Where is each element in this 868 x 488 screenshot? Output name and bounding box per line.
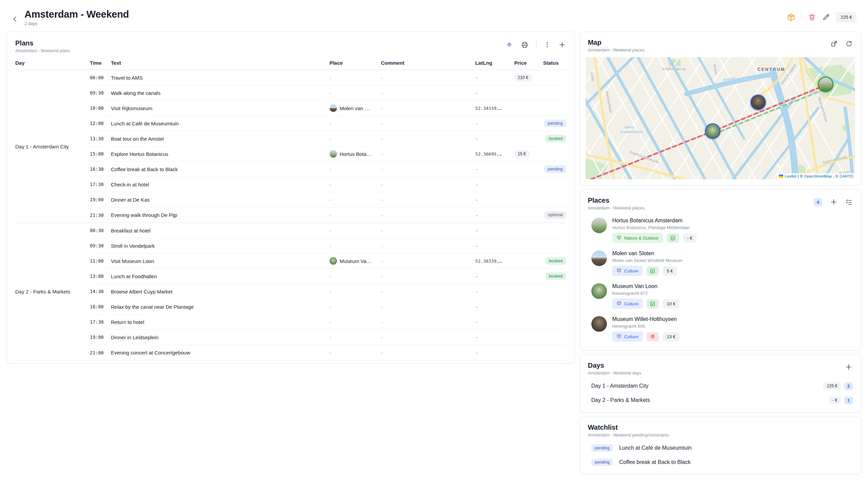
add-day-icon[interactable] xyxy=(845,363,853,371)
refresh-icon[interactable] xyxy=(845,40,853,47)
plan-row[interactable]: 17:30Check-in at hotel--- xyxy=(90,177,566,192)
place-address: Keizersgracht 672 xyxy=(612,291,679,296)
plan-time: 17:30 xyxy=(90,319,111,325)
plan-row[interactable]: 19:00Dinner at De Kas--- xyxy=(90,192,566,207)
checklist-icon[interactable] xyxy=(845,198,853,206)
plan-row[interactable]: 13:30Boat tour on the Amstel---booked xyxy=(90,131,566,146)
place-name: Museum Van Loon xyxy=(612,283,679,289)
plan-row[interactable]: 09:30Stroll in Vondelpark--- xyxy=(90,238,566,253)
expand-icon[interactable] xyxy=(830,40,838,47)
plan-text: Evening walk through De Pijp xyxy=(111,212,330,218)
day-count-badge: 2 xyxy=(844,382,853,390)
place-price-badge: 5 € xyxy=(663,266,677,276)
places-list: Hortus Botanicus AmsterdamHortus Botanic… xyxy=(588,214,853,345)
plan-text: Return to hotel xyxy=(111,319,330,325)
plan-row[interactable]: 21:00Evening concert at Concertgebouw--- xyxy=(90,345,566,360)
leaflet-link[interactable]: Leaflet xyxy=(785,174,796,178)
plan-text: Lunch at Café de Museumtuin xyxy=(111,121,330,126)
visited-check-icon xyxy=(647,266,659,276)
map-marker[interactable] xyxy=(705,123,721,139)
place-thumbnail xyxy=(330,104,337,112)
plan-time: 11:00 xyxy=(90,258,111,264)
place-thumbnail xyxy=(330,257,337,265)
plan-latlng: - xyxy=(475,320,514,325)
plan-row[interactable]: 16:00Relax by the canal near De Plantage… xyxy=(90,299,566,314)
place-item[interactable]: Museum Willet-HolthuysenHerengracht 605C… xyxy=(588,312,853,345)
plan-row[interactable]: 16:30Coffee break at Back to Black---pen… xyxy=(90,162,566,177)
map-label: Amstel xyxy=(741,76,753,80)
divider xyxy=(802,13,802,21)
map-marker[interactable] xyxy=(818,77,833,92)
plan-row[interactable]: 12:00Lunch at Café de Museumtuin---pendi… xyxy=(90,116,566,131)
place-item[interactable]: Molen van SlotenMolen van Sloten Windmil… xyxy=(588,247,853,280)
plan-comment: - xyxy=(381,136,475,142)
plan-row[interactable]: 21:30Evening walk through De Pijp---opti… xyxy=(90,207,566,223)
plan-place: - xyxy=(330,350,381,355)
plan-comment: - xyxy=(381,151,475,157)
plan-row[interactable]: 06:00Travel to AMS---210 € xyxy=(90,70,566,85)
status-badge: booked xyxy=(546,272,566,280)
edit-icon[interactable] xyxy=(822,13,830,21)
package-icon[interactable] xyxy=(787,13,795,22)
plan-text: Boat tour on the Amstel xyxy=(111,136,330,142)
plan-latlng: - xyxy=(475,90,514,96)
place-item[interactable]: Hortus Botanicus AmsterdamHortus Botanic… xyxy=(588,214,853,247)
plan-row[interactable]: 08:30Breakfast at hotel--- xyxy=(90,223,566,238)
carto-link[interactable]: CARTO xyxy=(840,174,853,178)
plan-latlng: - xyxy=(475,228,514,233)
plan-latlng: 52.36695,… xyxy=(475,151,514,157)
map-canvas[interactable]: kadeKrijtbergbrugRokinAmstelAmstelCENTRU… xyxy=(586,57,855,179)
plan-latlng: - xyxy=(475,121,514,126)
place-name: Molen van Sloten xyxy=(612,250,683,257)
back-button[interactable] xyxy=(12,12,19,26)
map-attribution: Leaflet | © OpenStreetMap , © CARTO xyxy=(777,173,855,179)
osm-link[interactable]: OpenStreetMap xyxy=(804,174,832,178)
place-avatar xyxy=(591,316,607,332)
plan-text: Visit Museum Loon xyxy=(111,258,330,264)
day-row[interactable]: Day 1 - Amsterdam City225 €2 xyxy=(588,379,853,393)
plan-row[interactable]: 17:30Return to hotel--- xyxy=(90,314,566,330)
plan-row[interactable]: 10:00Visit RijksmuseumMolen van …-52.341… xyxy=(90,101,566,116)
menu-kebab-icon[interactable] xyxy=(544,41,551,48)
plan-text: Travel to AMS xyxy=(111,75,330,81)
map-tiles xyxy=(586,57,855,179)
plan-text: Lunch at Foodhallen xyxy=(111,273,330,279)
map-marker[interactable] xyxy=(750,95,766,110)
plans-table-body: Day 1 - Amsterdam City06:00Travel to AMS… xyxy=(15,70,566,361)
plan-latlng: - xyxy=(475,75,514,80)
column-header-comment: Comment xyxy=(381,60,475,66)
plan-row[interactable]: 14:30Browse Albert Cuyp Market--- xyxy=(90,284,566,299)
add-place-icon[interactable] xyxy=(830,198,838,206)
place-item[interactable]: Museum Van LoonKeizersgracht 672Culture1… xyxy=(588,280,853,312)
column-header-time: Time xyxy=(90,60,111,66)
plan-latlng: - xyxy=(475,136,514,141)
day-count-badge: 1 xyxy=(844,396,853,404)
watchlist-item[interactable]: pendingCoffee break at Back to Black xyxy=(588,455,853,469)
place-address: Molen van Sloten Windmill Museum xyxy=(612,258,683,263)
plan-latlng: - xyxy=(475,243,514,248)
watchlist-item[interactable]: pendingLunch at Café de Museumtuin xyxy=(588,441,853,455)
route-icon[interactable] xyxy=(505,41,513,49)
plan-latlng: - xyxy=(475,182,514,187)
plan-time: 09:30 xyxy=(90,243,111,248)
plan-place: - xyxy=(330,334,381,340)
add-plan-icon[interactable] xyxy=(558,41,566,49)
plan-row[interactable]: 11:00Visit Museum LoonMuseum Va…-52.3633… xyxy=(90,253,566,269)
trash-icon[interactable] xyxy=(808,13,816,21)
plan-row[interactable]: 13:00Lunch at Foodhallen---booked xyxy=(90,269,566,284)
plan-row[interactable]: 15:00Explore Hortus BotanicusHortus Bota… xyxy=(90,146,566,162)
plan-comment: - xyxy=(381,304,475,310)
plan-place: - xyxy=(330,136,381,142)
plan-price: 15 € xyxy=(514,150,543,158)
plan-text: Check-in at hotel xyxy=(111,182,330,187)
day-row[interactable]: Day 2 - Parks & Markets- €1 xyxy=(588,393,853,407)
price-badge: 210 € xyxy=(514,74,532,82)
plan-row[interactable]: 19:00Dinner in Leidseplein--- xyxy=(90,330,566,345)
plans-table-header: DayTimeTextPlaceCommentLatLngPriceStatus xyxy=(15,53,566,70)
plan-row[interactable]: 09:30Walk along the canals--- xyxy=(90,85,566,101)
plan-latlng: - xyxy=(475,335,514,340)
days-subtitle: Amsterdam - Weekend days xyxy=(588,371,641,375)
print-icon[interactable] xyxy=(521,41,529,49)
plan-latlng: - xyxy=(475,197,514,202)
plan-text: Coffee break at Back to Black xyxy=(111,166,330,172)
